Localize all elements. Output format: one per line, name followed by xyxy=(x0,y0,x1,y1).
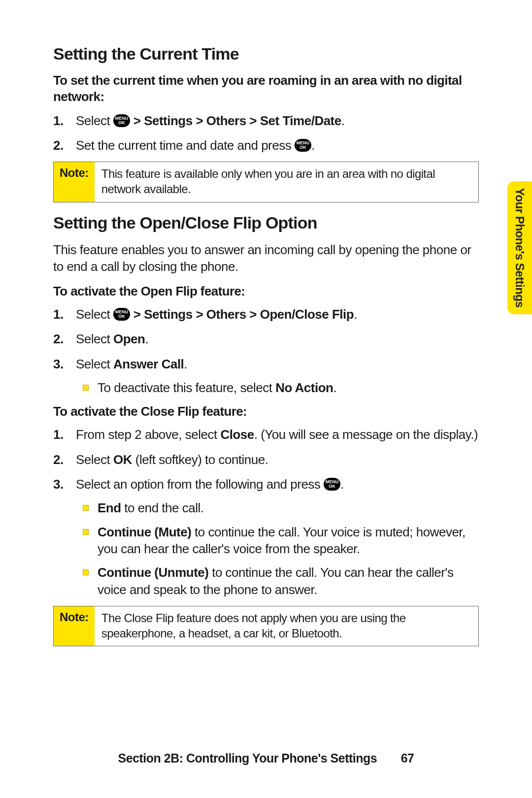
step-1-prefix: Select xyxy=(76,113,113,128)
close-step-1: 1. From step 2 above, select Close. (You… xyxy=(76,426,479,443)
step-2-text: Set the current time and date and press xyxy=(76,138,295,153)
step-1-path: > Settings > Others > Set Time/Date xyxy=(130,113,341,128)
close-bullet-unmute: Continue (Unmute) to continue the call. … xyxy=(98,564,479,598)
page-number: 67 xyxy=(401,751,414,765)
footer-section-title: Section 2B: Controlling Your Phone's Set… xyxy=(118,751,377,765)
menu-ok-icon xyxy=(295,139,311,152)
step-2: 2. Set the current time and date and pre… xyxy=(76,137,479,154)
close-bullet-list: End to end the call. Continue (Mute) to … xyxy=(76,499,479,598)
close-bullet-end: End to end the call. xyxy=(98,499,479,516)
open-bullet-1: To deactivate this feature, select No Ac… xyxy=(98,379,479,396)
heading-open-close-flip: Setting the Open/Close Flip Option xyxy=(53,213,479,233)
note-text-1: This feature is available only when you … xyxy=(95,162,478,201)
steps-set-time: 1. Select > Settings > Others > Set Time… xyxy=(53,112,479,154)
note-label: Note: xyxy=(54,606,95,646)
sub-open-flip: To activate the Open Flip feature: xyxy=(53,284,479,299)
sub-close-flip: To activate the Close Flip feature: xyxy=(53,404,479,419)
close-step-3: 3. Select an option from the following a… xyxy=(76,476,479,598)
note-label: Note: xyxy=(54,162,95,201)
open-step-3: 3. Select Answer Call. To deactivate thi… xyxy=(76,356,479,397)
intro-roaming: To set the current time when you are roa… xyxy=(53,72,479,105)
menu-ok-icon xyxy=(113,308,130,321)
menu-ok-icon xyxy=(113,114,130,127)
close-step-2: 2. Select OK (left softkey) to continue. xyxy=(76,451,479,468)
flip-description: This feature enables you to answer an in… xyxy=(53,241,479,275)
page-footer: Section 2B: Controlling Your Phone's Set… xyxy=(0,751,532,765)
heading-setting-current-time: Setting the Current Time xyxy=(53,44,479,64)
steps-open-flip: 1. Select > Settings > Others > Open/Clo… xyxy=(53,306,479,396)
note-text-2: The Close Flip feature does not apply wh… xyxy=(95,606,478,646)
menu-ok-icon xyxy=(324,478,340,491)
steps-close-flip: 1. From step 2 above, select Close. (You… xyxy=(53,426,479,598)
open-bullet-list: To deactivate this feature, select No Ac… xyxy=(76,379,479,396)
step-1: 1. Select > Settings > Others > Set Time… xyxy=(76,112,479,129)
note-box-1: Note: This feature is available only whe… xyxy=(53,162,479,202)
page-content: Setting the Current Time To set the curr… xyxy=(0,0,532,646)
note-box-2: Note: The Close Flip feature does not ap… xyxy=(53,606,479,646)
open-step-2: 2. Select Open. xyxy=(76,331,479,347)
open-step-1: 1. Select > Settings > Others > Open/Clo… xyxy=(76,306,479,323)
close-bullet-mute: Continue (Mute) to continue the call. Yo… xyxy=(98,524,479,558)
